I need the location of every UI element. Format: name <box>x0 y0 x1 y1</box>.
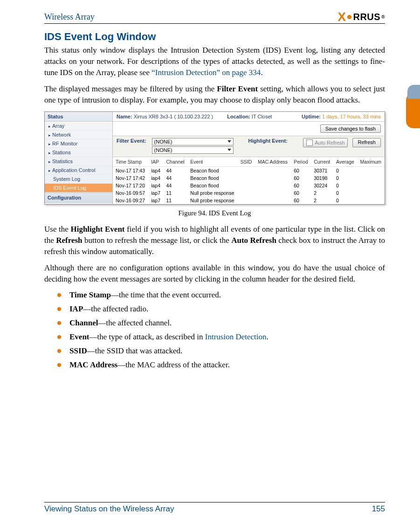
running-footer: Viewing Status on the Wireless Array 155 <box>44 502 385 514</box>
refresh-button[interactable]: Refresh <box>352 138 381 147</box>
col-mac[interactable]: MAC Address <box>255 157 291 167</box>
field-list: Time Stamp—the time that the event occur… <box>57 290 385 370</box>
filter-event-select-2[interactable]: (NONE) <box>152 146 234 154</box>
section-title: IDS Event Log Window <box>44 31 385 43</box>
chevron-right-icon: ▸ <box>48 159 51 164</box>
chevron-right-icon: ▸ <box>48 168 51 173</box>
table-row: Nov-16 09:27iap711Null probe response602… <box>113 197 385 204</box>
chevron-right-icon: ▸ <box>48 124 51 129</box>
main-panel: Name: Xirrus XR8 3x3-1 ( 10.100.23.222 )… <box>113 112 385 204</box>
intrusion-detection-link[interactable]: “Intrusion Detection” on page 334 <box>151 68 261 77</box>
highlight-paragraph: Use the Highlight Event field if you wis… <box>44 224 385 257</box>
table-row: Nov-17 17:43iap444Beacon flood60303710 <box>113 166 385 174</box>
table-row: Nov-17 17:42iap444Beacon flood60301980 <box>113 174 385 182</box>
col-ssid[interactable]: SSID <box>238 157 255 167</box>
list-item: Channel—the affected channel. <box>57 318 385 328</box>
list-item: IAP—the affected radio. <box>57 304 385 314</box>
brand-logo: X RRUS ® <box>338 12 385 22</box>
nav-sidebar: Status ▸Array ▸Network ▸RF Monitor ▸Stat… <box>45 112 113 204</box>
table-row: Nov-16 09:57iap711Null probe response602… <box>113 189 385 197</box>
col-timestamp[interactable]: Time Stamp <box>113 157 148 167</box>
col-period[interactable]: Period <box>291 157 311 167</box>
logo-text: RRUS <box>353 12 380 22</box>
filter-paragraph: The displayed messages may be filtered b… <box>44 83 385 106</box>
sidebar-item-statistics[interactable]: ▸Statistics <box>45 157 112 166</box>
col-event[interactable]: Event <box>187 157 238 167</box>
checkbox-icon <box>306 139 313 146</box>
highlight-event-label: Highlight Event: <box>248 138 288 144</box>
caret-down-icon <box>227 149 231 151</box>
sidebar-item-network[interactable]: ▸Network <box>45 131 112 139</box>
table-row: Nov-17 17:20iap444Beacon flood60302240 <box>113 182 385 189</box>
intrusion-detection-link-2[interactable]: Intrusion Detection <box>205 332 267 341</box>
col-channel[interactable]: Channel <box>163 157 187 167</box>
table-header-row[interactable]: Time Stamp IAP Channel Event SSID MAC Ad… <box>113 157 385 167</box>
filter-event-label: Filter Event: <box>117 138 146 144</box>
footer-page: 155 <box>372 504 385 514</box>
chevron-right-icon: ▸ <box>48 151 51 155</box>
col-iap[interactable]: IAP <box>148 157 163 167</box>
sidebar-item-application-control[interactable]: ▸Application Control <box>45 166 112 175</box>
sort-paragraph: Although there are no configuration opti… <box>44 262 385 285</box>
list-item: Time Stamp—the time that the event occur… <box>57 290 385 300</box>
sidebar-status-header: Status <box>45 112 112 122</box>
list-item: Event—the type of attack, as described i… <box>57 332 385 342</box>
uptime-value: 1 days, 17 hours, 33 mins <box>322 114 381 119</box>
product-name: Wireless Array <box>44 12 95 22</box>
col-average[interactable]: Average <box>333 157 358 167</box>
list-item: SSID—the SSID that was attacked. <box>57 346 385 356</box>
registered-icon: ® <box>381 14 385 20</box>
col-current[interactable]: Current <box>311 157 333 167</box>
name-value: Xirrus XR8 3x3-1 ( 10.100.23.222 ) <box>134 114 213 119</box>
chevron-right-icon: ▸ <box>48 133 51 138</box>
sidebar-config-header: Configuration <box>45 193 112 203</box>
filter-event-select[interactable]: (NONE) <box>152 138 234 145</box>
filter-bar: Filter Event: (NONE) (NONE) Highlight Ev… <box>113 136 385 157</box>
events-table: Time Stamp IAP Channel Event SSID MAC Ad… <box>113 157 385 204</box>
location-value: IT Closet <box>252 114 272 119</box>
sidebar-item-array[interactable]: ▸Array <box>45 122 112 131</box>
col-maximum[interactable]: Maximum <box>358 157 385 167</box>
auto-refresh-toggle[interactable]: Auto Refresh <box>303 138 348 147</box>
logo-dot-icon <box>347 15 351 19</box>
ids-event-log-figure: Status ▸Array ▸Network ▸RF Monitor ▸Stat… <box>44 111 385 205</box>
sidebar-item-stations[interactable]: ▸Stations <box>45 148 112 157</box>
sidebar-item-rf-monitor[interactable]: ▸RF Monitor <box>45 139 112 148</box>
logo-x-icon: X <box>338 12 346 22</box>
sidebar-item-system-log[interactable]: System Log <box>45 175 112 184</box>
sidebar-item-ids-event-log[interactable]: IDS Event Log <box>45 184 112 193</box>
figure-caption: Figure 94. IDS Event Log <box>44 209 385 217</box>
intro-paragraph: This status only window displays the Int… <box>44 45 385 78</box>
list-item: MAC Address—the MAC address of the attac… <box>57 360 385 370</box>
page-thumb-tab <box>406 93 420 128</box>
location-label: Location: <box>227 114 250 119</box>
save-row: Save changes to flash <box>113 122 385 136</box>
name-label: Name: <box>117 114 132 119</box>
chevron-right-icon: ▸ <box>48 142 51 146</box>
caret-down-icon <box>227 140 231 143</box>
save-button[interactable]: Save changes to flash <box>320 124 381 133</box>
uptime-label: Uptime: <box>302 114 321 119</box>
running-header: Wireless Array X RRUS ® <box>44 12 385 24</box>
footer-section: Viewing Status on the Wireless Array <box>44 504 174 514</box>
status-bar: Name: Xirrus XR8 3x3-1 ( 10.100.23.222 )… <box>113 112 385 122</box>
